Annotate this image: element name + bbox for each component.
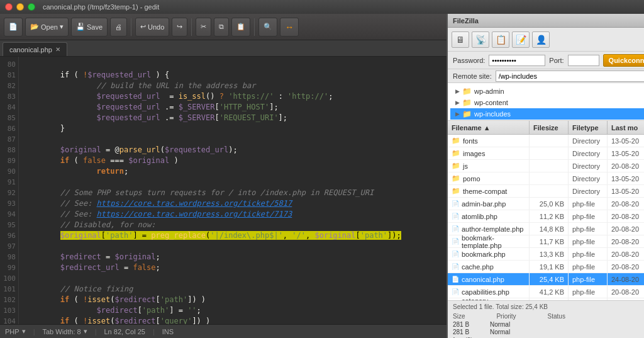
open-arrow: ▾ — [60, 23, 64, 31]
tree-arrow-icon: ▶ — [455, 108, 460, 120]
replace-button[interactable]: ↔ — [280, 18, 299, 37]
fz-log-btn[interactable]: 📝 — [512, 31, 530, 48]
file-date: 20-08-20 — [608, 160, 644, 172]
file-name: admin-bar.php — [462, 200, 506, 208]
redo-icon: ↪ — [177, 23, 182, 31]
fz-quickconnect-button[interactable]: Quickconnect ▾ — [603, 54, 644, 67]
fz-site-manager-btn[interactable]: 📡 — [472, 31, 489, 48]
print-button[interactable]: 🖨 — [110, 18, 127, 37]
minimize-button[interactable] — [16, 3, 24, 11]
list-item[interactable]: 📄canonical.php 25,4 KB php-file 24-08-20 — [448, 273, 644, 286]
tab-width-label: Tab Width: 8 — [42, 328, 80, 335]
fz-password-input[interactable] — [489, 55, 545, 66]
mode-label: INS — [162, 328, 174, 335]
fz-list-body: 📁fonts Directory 13-05-20 📁images Direct… — [448, 135, 644, 300]
file-type: php-file — [569, 198, 608, 210]
file-size — [530, 185, 569, 197]
code-content[interactable]: if ( !$requested_url ) { // build the UR… — [19, 57, 447, 324]
tab-label: canonical.php — [9, 46, 52, 54]
fz-col-lastmod[interactable]: Last mo — [608, 121, 644, 134]
cut-button[interactable]: ✂ — [196, 18, 211, 37]
tree-item-wp-includes[interactable]: ▶ 📁 wp-includes — [450, 108, 644, 120]
language-label: PHP — [5, 328, 19, 335]
language-arrow: ▾ — [22, 327, 26, 335]
fz-queue-btn[interactable]: 📋 — [492, 31, 509, 48]
new-icon: 📄 — [9, 23, 18, 31]
main-layout: 📄 📂 Open ▾ 💾 Save 🖨 ↩ Undo ↪ — [0, 14, 644, 338]
fz-col-filesize[interactable]: Filesize — [530, 121, 569, 134]
tree-arrow-icon: ▶ — [455, 86, 460, 97]
list-item[interactable]: 📄bookmark.php 13,3 KB php-file 20-08-20 — [448, 248, 644, 261]
paste-icon: 📋 — [236, 23, 245, 31]
fz-port-label: Port: — [549, 57, 564, 64]
file-date: 13-05-20 — [608, 172, 644, 184]
tab-width-status[interactable]: Tab Width: 8 ▾ — [42, 327, 87, 335]
file-size: 11,2 KB — [530, 210, 569, 222]
tab-canonical-php[interactable]: canonical.php ✕ — [3, 42, 67, 56]
list-item[interactable]: 📁fonts Directory 13-05-20 — [448, 135, 644, 147]
file-size — [530, 135, 569, 147]
save-button[interactable]: 💾 Save — [71, 18, 108, 37]
file-icon: 📄 — [452, 276, 459, 283]
code-area[interactable]: 80 81 82 83 84 85 86 87 88 89 90 91 92 9… — [0, 57, 447, 324]
undo-button[interactable]: ↩ Undo — [135, 18, 169, 37]
file-size — [530, 160, 569, 172]
file-date: 13-05-20 — [608, 147, 644, 159]
fz-computer-btn[interactable]: 🖥 — [452, 31, 469, 48]
open-label: Open — [41, 23, 58, 31]
new-button[interactable]: 📄 — [4, 18, 23, 37]
fz-remote-site-input[interactable] — [496, 70, 644, 82]
file-date: 24-08-20 — [608, 273, 644, 285]
tree-item-wp-content[interactable]: ▶ 📁 wp-content — [450, 97, 644, 108]
open-button[interactable]: 📂 Open ▾ — [25, 18, 69, 37]
list-item[interactable]: 📁js Directory 20-08-20 — [448, 160, 644, 172]
tab-bar: canonical.php ✕ — [0, 40, 447, 57]
titlebar: canonical.php (/tmp/fz3temp-1) - gedit — [0, 0, 644, 14]
fz-col-filetype[interactable]: Filetype — [569, 121, 608, 134]
toolbar: 📄 📂 Open ▾ 💾 Save 🖨 ↩ Undo ↪ — [0, 14, 447, 40]
file-name: theme-compat — [463, 188, 507, 195]
window-title: canonical.php (/tmp/fz3temp-1) - gedit — [43, 3, 159, 11]
file-icon: 📄 — [452, 251, 459, 257]
file-size: 41,2 KB — [530, 286, 569, 298]
list-item[interactable]: 📄bookmark-template.php 11,7 KB php-file … — [448, 235, 644, 248]
file-type: php-file — [569, 235, 608, 247]
file-icon: 📄 — [452, 213, 459, 220]
fz-person-btn[interactable]: 👤 — [532, 31, 550, 48]
file-size: 14,8 KB — [530, 223, 569, 235]
close-button[interactable] — [5, 3, 13, 11]
save-icon: 💾 — [76, 23, 85, 31]
fz-col-filename[interactable]: Filename ▲ — [448, 121, 530, 134]
search-button[interactable]: 🔍 — [258, 18, 277, 37]
folder-icon: 📁 — [452, 137, 460, 145]
redo-button[interactable]: ↪ — [172, 18, 187, 37]
list-item[interactable]: 📁images Directory 13-05-20 — [448, 147, 644, 160]
fz-status-text: Selected 1 file. Total size: 25,4 KB — [453, 303, 644, 310]
toolbar-sep-3 — [254, 18, 255, 36]
file-size — [530, 147, 569, 159]
list-item[interactable]: 📁theme-compat Directory 13-05-20 — [448, 185, 644, 198]
file-icon: 📄 — [452, 200, 459, 207]
tree-item-wp-admin[interactable]: ▶ 📁 wp-admin — [450, 86, 644, 97]
list-item[interactable]: 📄admin-bar.php 25,0 KB php-file 20-08-20 — [448, 198, 644, 210]
toolbar-sep-1 — [131, 18, 131, 36]
fz-list-header: Filename ▲ Filesize Filetype Last mo — [448, 121, 644, 135]
print-icon: 🖨 — [115, 23, 122, 31]
list-item[interactable]: 📄atomlib.php 11,2 KB php-file 20-08-20 — [448, 210, 644, 223]
file-name: fonts — [463, 137, 478, 145]
copy-button[interactable]: ⧉ — [214, 18, 229, 37]
fz-queue-row-1: 281 B Normal — [453, 321, 644, 328]
fz-port-input[interactable] — [568, 55, 599, 66]
paste-button[interactable]: 📋 — [231, 18, 250, 37]
language-status[interactable]: PHP ▾ — [5, 327, 26, 335]
fz-queue-size-1: 281 B — [453, 321, 469, 328]
fz-password-label: Password: — [453, 57, 485, 64]
tab-close-button[interactable]: ✕ — [55, 46, 60, 53]
fz-title: FileZilla — [453, 17, 479, 25]
fz-queue-priority-header: Priority — [496, 313, 516, 320]
fz-titlebar: FileZilla — [448, 14, 644, 28]
list-item[interactable]: 📄cache.php 19,1 KB php-file 20-08-20 — [448, 261, 644, 273]
list-item[interactable]: 📁pomo Directory 13-05-20 — [448, 172, 644, 185]
maximize-button[interactable] — [28, 3, 35, 11]
file-size: 11,7 KB — [530, 235, 569, 247]
